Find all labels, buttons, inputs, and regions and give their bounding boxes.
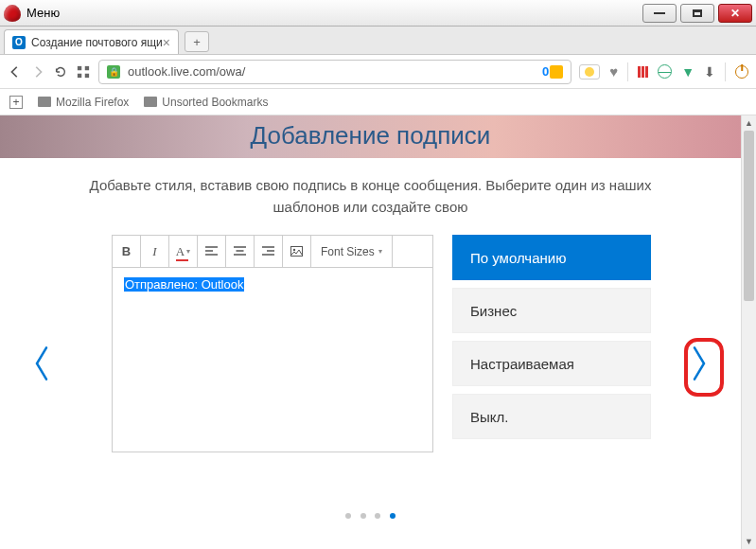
pager-dots — [0, 507, 741, 522]
nav-speeddial-button[interactable] — [76, 64, 91, 80]
window-minimize-button[interactable] — [642, 4, 677, 23]
tab-strip: O Создание почтового ящи × + — [0, 27, 756, 55]
svg-point-5 — [293, 249, 295, 251]
window-titlebar: Меню ✕ — [0, 0, 756, 27]
globe-icon[interactable] — [658, 64, 672, 79]
nav-back-button[interactable] — [8, 64, 23, 80]
tab-close-icon[interactable]: × — [163, 35, 170, 50]
bookmark-folder[interactable]: Mozilla Firefox — [38, 96, 129, 109]
prev-arrow-button[interactable] — [26, 339, 57, 396]
heart-icon[interactable]: ♥ — [609, 63, 618, 80]
signature-stage: B I A▾ Font Sizes▾ Отправлено: Outlook П… — [0, 235, 741, 500]
tab-title: Создание почтового ящи — [31, 36, 163, 49]
template-option-custom[interactable]: Настраиваемая — [452, 341, 651, 386]
ext-bars-icon[interactable] — [638, 66, 648, 78]
tab-favicon-icon: O — [12, 36, 26, 49]
page-subtitle: Добавьте стиля, вставив свою подпись в к… — [0, 158, 741, 227]
bookmarks-bar: + Mozilla Firefox Unsorted Bookmarks — [0, 89, 756, 115]
bookmark-folder[interactable]: Unsorted Bookmarks — [144, 96, 268, 109]
font-color-button[interactable]: A▾ — [169, 236, 198, 267]
scroll-up-icon[interactable]: ▲ — [742, 115, 756, 131]
editor-selected-text: Отправлено: Outlook — [124, 277, 244, 292]
window-maximize-button[interactable] — [680, 4, 714, 23]
window-close-button[interactable]: ✕ — [718, 4, 752, 23]
hero-banner: Добавление подписи — [0, 115, 741, 158]
template-option-default[interactable]: По умолчанию — [452, 235, 651, 280]
align-right-button[interactable] — [255, 236, 283, 267]
power-icon[interactable] — [735, 65, 748, 79]
nav-forward-button[interactable] — [30, 64, 45, 80]
editor-body[interactable]: Отправлено: Outlook — [113, 268, 432, 301]
shield-icon — [550, 65, 563, 79]
next-arrow-button[interactable] — [684, 339, 714, 396]
scrollbar-thumb[interactable] — [744, 131, 754, 301]
download-icon[interactable]: ⬇ — [704, 64, 715, 80]
extension-icons: ♥ ▼ ⬇ — [579, 62, 748, 81]
template-option-off[interactable]: Выкл. — [452, 394, 651, 439]
nav-reload-button[interactable] — [53, 64, 68, 80]
shield-green-icon[interactable]: ▼ — [681, 64, 694, 80]
separator — [627, 62, 628, 81]
svg-rect-3 — [85, 73, 89, 77]
pager-dot-active[interactable] — [390, 513, 396, 519]
bold-button[interactable]: B — [113, 236, 141, 267]
align-left-button[interactable] — [198, 236, 226, 267]
ext-yellow-icon[interactable] — [579, 64, 600, 80]
svg-rect-1 — [85, 65, 89, 69]
pager-dot[interactable] — [360, 513, 366, 519]
svg-rect-4 — [291, 247, 303, 257]
new-tab-button[interactable]: + — [185, 31, 209, 52]
add-bookmark-button[interactable]: + — [9, 96, 23, 109]
editor-toolbar: B I A▾ Font Sizes▾ — [113, 236, 432, 268]
scroll-down-icon[interactable]: ▼ — [742, 534, 756, 549]
page-heading: Добавление подписи — [0, 121, 741, 151]
menu-label[interactable]: Меню — [26, 6, 60, 20]
insert-image-button[interactable] — [283, 236, 311, 267]
opera-logo-icon — [4, 5, 21, 22]
address-bar: 🔒 outlook.live.com/owa/ 0 ♥ ▼ ⬇ — [0, 55, 756, 89]
tracker-badge[interactable]: 0 — [542, 64, 563, 79]
svg-rect-0 — [78, 65, 81, 69]
align-center-button[interactable] — [226, 236, 255, 267]
font-sizes-dropdown[interactable]: Font Sizes▾ — [311, 236, 393, 267]
url-text: outlook.live.com/owa/ — [128, 64, 245, 79]
lock-icon: 🔒 — [107, 65, 120, 79]
browser-tab[interactable]: O Создание почтового ящи × — [4, 29, 179, 54]
page-content: ▲ ▼ Добавление подписи Добавьте стиля, в… — [0, 115, 756, 549]
separator — [725, 62, 726, 81]
italic-button[interactable]: I — [141, 236, 169, 267]
signature-editor: B I A▾ Font Sizes▾ Отправлено: Outlook — [112, 235, 433, 452]
pager-dot[interactable] — [345, 513, 351, 519]
url-input[interactable]: 🔒 outlook.live.com/owa/ 0 — [98, 60, 571, 84]
svg-rect-2 — [78, 73, 81, 77]
pager-dot[interactable] — [375, 513, 380, 519]
vertical-scrollbar[interactable]: ▲ ▼ — [741, 115, 756, 549]
template-option-business[interactable]: Бизнес — [452, 288, 651, 333]
template-list: По умолчанию Бизнес Настраиваемая Выкл. — [452, 235, 651, 439]
